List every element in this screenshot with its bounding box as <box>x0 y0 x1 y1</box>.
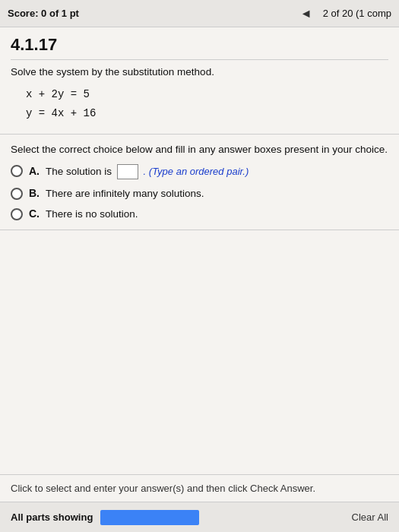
radio-a[interactable] <box>11 165 23 177</box>
choice-b[interactable]: B. There are infinitely many solutions. <box>11 187 388 200</box>
choice-a[interactable]: A. The solution is . (Type an ordered pa… <box>11 164 388 179</box>
footer-left: All parts showing <box>11 510 199 525</box>
bottom-instruction: Click to select and enter your answer(s)… <box>0 474 399 502</box>
footer-bar: All parts showing Clear All <box>0 502 399 532</box>
answer-instruction: Select the correct choice below and fill… <box>11 144 388 155</box>
choice-a-label: A. <box>29 165 40 177</box>
footer-progress-bar <box>100 510 199 525</box>
score-value: 0 of 1 pt <box>41 8 79 19</box>
choice-c-text: There is no solution. <box>46 208 138 220</box>
problem-section: 4.1.17 Solve the system by the substitut… <box>0 27 399 135</box>
choice-a-content: A. The solution is . (Type an ordered pa… <box>29 164 249 179</box>
choice-c[interactable]: C. There is no solution. <box>11 207 388 220</box>
choice-list: A. The solution is . (Type an ordered pa… <box>11 164 388 220</box>
clear-all-button[interactable]: Clear All <box>352 511 388 523</box>
nav-prev-button[interactable]: ◄ <box>296 5 317 22</box>
problem-number: 4.1.17 <box>11 35 388 60</box>
choice-c-label: C. <box>29 207 40 220</box>
equations: x + 2y = 5 y = 4x + 16 <box>26 85 388 123</box>
equation1: x + 2y = 5 <box>26 85 388 104</box>
choice-b-text: There are infinitely many solutions. <box>46 188 204 199</box>
answer-section: Select the correct choice below and fill… <box>0 135 399 230</box>
radio-b[interactable] <box>11 188 23 200</box>
all-parts-label: All parts showing <box>11 511 93 523</box>
progress-text: 2 of 20 (1 comp <box>323 8 391 19</box>
problem-instruction: Solve the system by the substitution met… <box>11 66 388 78</box>
choice-b-content: B. There are infinitely many solutions. <box>29 187 204 199</box>
choice-a-hint: . (Type an ordered pair.) <box>144 166 249 177</box>
spacer <box>0 230 399 474</box>
radio-c[interactable] <box>11 208 23 220</box>
choice-c-content: C. There is no solution. <box>29 207 138 220</box>
equation2: y = 4x + 16 <box>26 104 388 123</box>
main-content: 4.1.17 Solve the system by the substitut… <box>0 27 399 502</box>
score-label: Score: <box>8 8 38 19</box>
header-bar: Score: 0 of 1 pt ◄ 2 of 20 (1 comp <box>0 0 399 27</box>
nav-area: ◄ 2 of 20 (1 comp <box>296 5 391 22</box>
choice-a-text-before: The solution is <box>46 166 115 177</box>
choice-b-label: B. <box>29 187 40 199</box>
score-text: Score: 0 of 1 pt <box>8 8 79 19</box>
answer-input-box[interactable] <box>117 164 138 179</box>
